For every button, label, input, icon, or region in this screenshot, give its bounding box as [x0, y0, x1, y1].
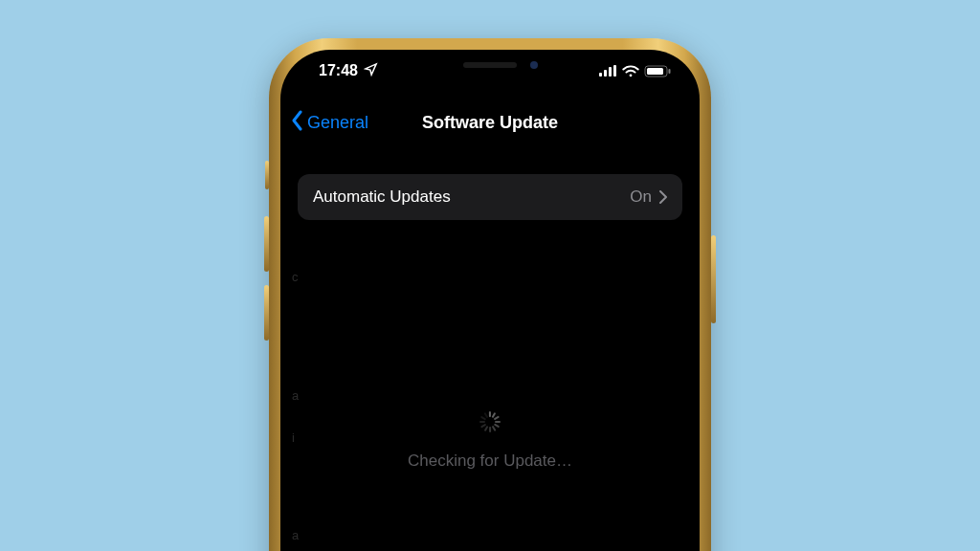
cellular-icon: [599, 65, 617, 77]
volume-down-button[interactable]: [264, 285, 269, 341]
cell-label: Automatic Updates: [313, 187, 451, 207]
decorative-artefact: i: [292, 430, 295, 445]
svg-rect-5: [647, 68, 663, 75]
loading-text: Checking for Update…: [408, 452, 572, 471]
battery-icon: [644, 65, 671, 77]
nav-bar: General Software Update: [280, 101, 700, 143]
back-button[interactable]: General: [290, 110, 368, 136]
svg-rect-3: [613, 65, 616, 77]
front-camera: [530, 61, 538, 69]
decorative-artefact: a: [292, 388, 299, 403]
svg-rect-6: [669, 69, 671, 74]
loading-indicator: Checking for Update…: [280, 411, 700, 471]
status-time: 17:48: [319, 62, 358, 79]
mute-switch[interactable]: [265, 161, 269, 189]
cell-value: On: [630, 187, 652, 207]
chevron-left-icon: [290, 110, 303, 136]
decorative-artefact: a: [292, 528, 299, 542]
content-area: Automatic Updates On: [280, 174, 700, 551]
location-arrow-icon: [364, 62, 378, 80]
screen: 17:48: [280, 50, 700, 551]
automatic-updates-cell[interactable]: Automatic Updates On: [298, 174, 682, 220]
spinner-icon: [479, 411, 501, 432]
speaker-grille: [463, 62, 517, 68]
phone-frame: 17:48: [269, 38, 711, 551]
decorative-artefact: c: [292, 270, 299, 284]
svg-rect-1: [604, 70, 607, 77]
chevron-right-icon: [659, 190, 667, 204]
svg-rect-2: [609, 67, 612, 77]
page-title: Software Update: [422, 113, 558, 133]
power-button[interactable]: [711, 235, 716, 323]
back-label: General: [307, 113, 368, 133]
wifi-icon: [622, 65, 639, 77]
notch: [389, 50, 591, 80]
volume-up-button[interactable]: [264, 216, 269, 272]
svg-rect-0: [599, 73, 602, 77]
